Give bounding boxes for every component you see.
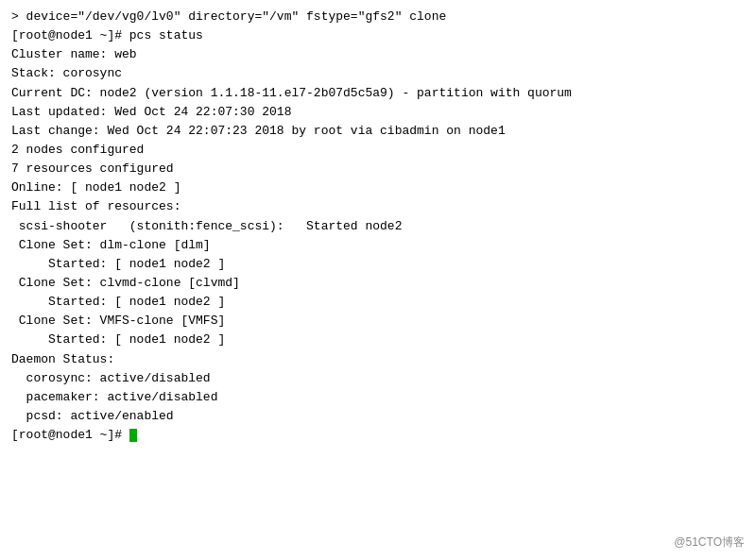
terminal-line: 7 resources configured xyxy=(11,160,745,178)
terminal-line: Current DC: node2 (version 1.1.18-11.el7… xyxy=(11,84,745,103)
terminal-line: Started: [ node1 node2 ] xyxy=(11,293,745,312)
terminal-line: Stack: corosync xyxy=(11,64,745,83)
terminal-line: > device="/dev/vg0/lv0" directory="/vm" … xyxy=(11,8,745,26)
terminal-line: Started: [ node1 node2 ] xyxy=(11,331,745,349)
terminal-line: Daemon Status: xyxy=(11,350,745,369)
terminal-window: > device="/dev/vg0/lv0" directory="/vm" … xyxy=(0,0,756,560)
terminal-line: scsi-shooter (stonith:fence_scsi): Start… xyxy=(11,217,745,236)
terminal-cursor xyxy=(129,429,137,442)
terminal-line: pacemaker: active/disabled xyxy=(11,388,745,407)
terminal-line: corosync: active/disabled xyxy=(11,369,745,388)
terminal-line: Online: [ node1 node2 ] xyxy=(11,178,745,197)
terminal-line: Last updated: Wed Oct 24 22:07:30 2018 xyxy=(11,103,745,122)
terminal-line: 2 nodes configured xyxy=(11,141,745,160)
terminal-line: Last change: Wed Oct 24 22:07:23 2018 by… xyxy=(11,122,745,141)
terminal-line: Clone Set: dlm-clone [dlm] xyxy=(11,236,745,255)
terminal-line: pcsd: active/enabled xyxy=(11,407,745,426)
terminal-line: [root@node1 ~]# pcs status xyxy=(11,26,745,45)
terminal-line: Started: [ node1 node2 ] xyxy=(11,255,745,274)
watermark: @51CTO博客 xyxy=(674,535,745,551)
terminal-line: Clone Set: clvmd-clone [clvmd] xyxy=(11,274,745,293)
terminal-line: Clone Set: VMFS-clone [VMFS] xyxy=(11,312,745,331)
terminal-line: [root@node1 ~]# xyxy=(11,426,745,445)
terminal-line: Full list of resources: xyxy=(11,197,745,216)
terminal-output: > device="/dev/vg0/lv0" directory="/vm" … xyxy=(11,8,745,445)
terminal-line: Cluster name: web xyxy=(11,45,745,64)
